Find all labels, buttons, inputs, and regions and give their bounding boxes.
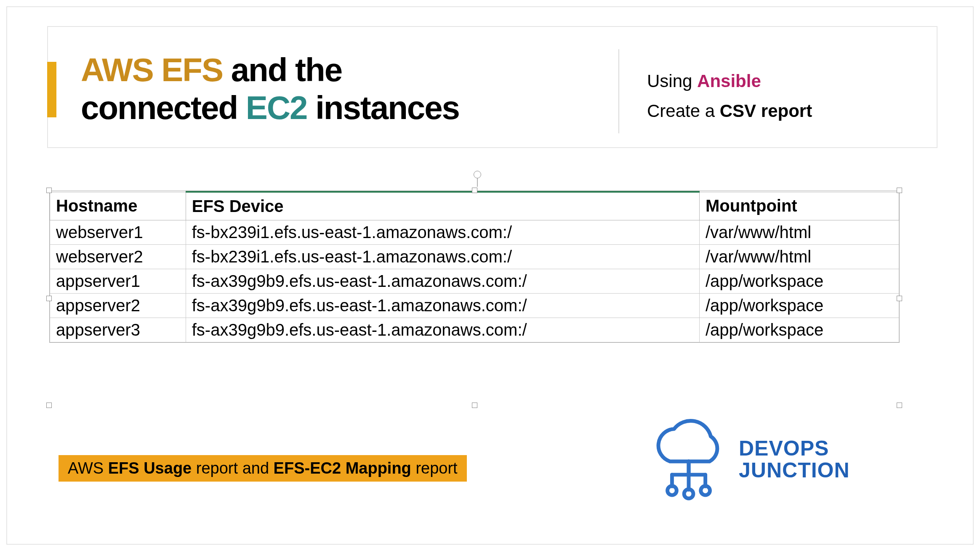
table-header-row: Hostname EFS Device Mountpoint bbox=[50, 192, 899, 220]
table-row: appserver2fs-ax39g9b9.efs.us-east-1.amaz… bbox=[50, 294, 899, 318]
table-cell: /app/workspace bbox=[700, 318, 899, 342]
table-cell: fs-ax39g9b9.efs.us-east-1.amazonaws.com:… bbox=[186, 294, 699, 318]
table-row: webserver1fs-bx239i1.efs.us-east-1.amazo… bbox=[50, 220, 899, 245]
selection-handle[interactable] bbox=[472, 403, 477, 408]
col-header-mountpoint: Mountpoint bbox=[700, 192, 899, 220]
table-cell: fs-bx239i1.efs.us-east-1.amazonaws.com:/ bbox=[186, 245, 699, 269]
table-row: appserver3fs-ax39g9b9.efs.us-east-1.amaz… bbox=[50, 318, 899, 342]
page-title: AWS EFS and the connected EC2 instances bbox=[81, 51, 459, 127]
svg-point-6 bbox=[668, 486, 677, 495]
table-cell: /app/workspace bbox=[700, 294, 899, 318]
table-cell: /app/workspace bbox=[700, 269, 899, 294]
subtitle-csv: CSV report bbox=[720, 101, 812, 121]
efs-mapping-table: Hostname EFS Device Mountpoint webserver… bbox=[50, 191, 899, 342]
col-header-hostname: Hostname bbox=[50, 192, 186, 220]
selection-handle[interactable] bbox=[897, 188, 902, 193]
table-cell: appserver2 bbox=[50, 294, 186, 318]
table-cell: /var/www/html bbox=[700, 245, 899, 269]
slide-canvas: AWS EFS and the connected EC2 instances … bbox=[6, 6, 974, 545]
table-cell: fs-ax39g9b9.efs.us-east-1.amazonaws.com:… bbox=[186, 269, 699, 294]
rotate-handle-icon[interactable] bbox=[474, 171, 481, 178]
title-highlight-2: EC2 bbox=[246, 89, 307, 126]
selection-handle[interactable] bbox=[897, 296, 902, 301]
svg-point-5 bbox=[684, 489, 693, 498]
selection-handle[interactable] bbox=[46, 188, 52, 193]
selection-handle[interactable] bbox=[472, 188, 477, 193]
header-accent-bar bbox=[47, 62, 56, 117]
cloud-network-icon bbox=[647, 415, 730, 503]
table-cell: fs-ax39g9b9.efs.us-east-1.amazonaws.com:… bbox=[186, 318, 699, 342]
header-vertical-divider bbox=[618, 49, 619, 133]
table-cell: /var/www/html bbox=[700, 220, 899, 245]
selection-handle[interactable] bbox=[897, 403, 902, 408]
col-header-efs-device: EFS Device bbox=[186, 192, 699, 220]
data-table-container[interactable]: Hostname EFS Device Mountpoint webserver… bbox=[49, 191, 900, 343]
footer-callout: AWS EFS Usage report and EFS-EC2 Mapping… bbox=[59, 455, 467, 482]
svg-point-7 bbox=[701, 486, 710, 495]
devops-junction-logo: DEVOPS JUNCTION bbox=[647, 415, 900, 503]
table-cell: webserver2 bbox=[50, 245, 186, 269]
selection-handle[interactable] bbox=[46, 403, 52, 408]
selection-handle[interactable] bbox=[46, 296, 52, 301]
logo-text: DEVOPS JUNCTION bbox=[739, 437, 850, 482]
title-highlight-1: AWS EFS bbox=[81, 51, 223, 88]
table-row: webserver2fs-bx239i1.efs.us-east-1.amazo… bbox=[50, 245, 899, 269]
table-cell: appserver3 bbox=[50, 318, 186, 342]
header-subtitle: Using Ansible Create a CSV report bbox=[647, 66, 812, 126]
table-cell: appserver1 bbox=[50, 269, 186, 294]
subtitle-ansible: Ansible bbox=[697, 71, 761, 91]
table-row: appserver1fs-ax39g9b9.efs.us-east-1.amaz… bbox=[50, 269, 899, 294]
table-cell: webserver1 bbox=[50, 220, 186, 245]
table-cell: fs-bx239i1.efs.us-east-1.amazonaws.com:/ bbox=[186, 220, 699, 245]
